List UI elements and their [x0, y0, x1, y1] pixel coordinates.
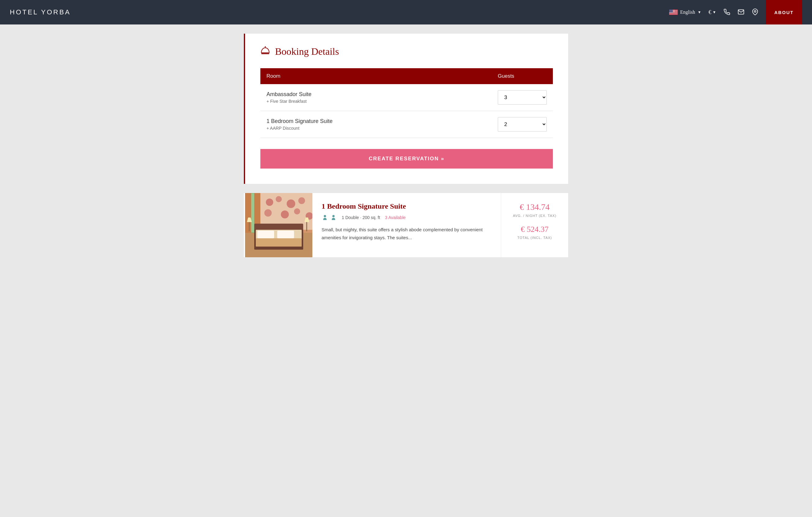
us-flag-icon: ★★★★★★ ★★★★★★ ★★★★★★: [669, 9, 678, 15]
site-header: HOTEL YORBA ★★★★★★ ★★★★★★ ★★★★★★: [0, 0, 812, 25]
guest-icon-1: [322, 214, 328, 221]
svg-rect-38: [249, 222, 250, 231]
room-details-section: 1 Bedroom Signature Suite 1 Double: [312, 193, 501, 257]
room-meta: 1 Double · 200 sq. ft 3 Available: [322, 214, 492, 221]
svg-rect-40: [306, 222, 307, 231]
table-header-row: Room Guests: [260, 68, 553, 84]
room-addon-2: + AARP Discount: [266, 126, 486, 131]
price-total-label: TOTAL (INCL. TAX): [517, 236, 552, 239]
room-column-header: Room: [260, 68, 492, 84]
svg-point-23: [266, 199, 273, 206]
svg-rect-36: [277, 231, 294, 238]
svg-rect-14: [261, 53, 269, 54]
location-icon[interactable]: [752, 8, 758, 16]
svg-rect-7: [669, 14, 678, 14]
room-cell-1: Ambassador Suite + Five Star Breakfast: [260, 84, 492, 111]
create-reservation-button[interactable]: CREATE RESERVATION »: [260, 149, 553, 169]
language-dropdown-arrow: ▼: [698, 10, 701, 15]
header-nav: ★★★★★★ ★★★★★★ ★★★★★★ English ▼ € ▼: [669, 0, 802, 25]
room-bed-type: 1 Double · 200 sq. ft: [342, 215, 380, 220]
room-listing-title: 1 Bedroom Signature Suite: [322, 202, 492, 210]
site-logo: HOTEL YORBA: [10, 8, 71, 16]
svg-point-28: [281, 210, 289, 219]
svg-point-42: [324, 215, 326, 217]
table-row: Ambassador Suite + Five Star Breakfast 1…: [260, 84, 553, 111]
currency-dropdown-arrow: ▼: [713, 10, 716, 15]
booking-title-text: Booking Details: [275, 46, 339, 57]
svg-rect-35: [257, 231, 274, 238]
availability-badge: 3 Available: [385, 215, 405, 220]
svg-text:★★★★★★: ★★★★★★: [669, 11, 675, 12]
svg-rect-33: [254, 224, 303, 230]
main-content: Booking Details Room Guests Ambassador S…: [238, 34, 574, 257]
guests-cell-1[interactable]: 1 2 3 4: [492, 84, 553, 111]
booking-table: Room Guests Ambassador Suite + Five Star…: [260, 68, 553, 138]
price-per-night-label: AVG. / NIGHT (EX. TAX): [513, 214, 556, 218]
guests-cell-2[interactable]: 1 2 3 4: [492, 111, 553, 138]
currency-label: €: [708, 9, 711, 16]
room-cell-2: 1 Bedroom Signature Suite + AARP Discoun…: [260, 111, 492, 138]
price-per-night: € 134.74: [520, 202, 550, 212]
svg-rect-37: [256, 238, 302, 247]
svg-point-25: [287, 199, 295, 208]
guests-column-header: Guests: [492, 68, 553, 84]
svg-point-16: [265, 46, 266, 47]
booking-title-area: Booking Details: [260, 46, 553, 57]
svg-point-26: [298, 197, 305, 204]
table-row: 1 Bedroom Signature Suite + AARP Discoun…: [260, 111, 553, 138]
svg-point-24: [276, 196, 282, 202]
currency-selector[interactable]: € ▼: [708, 9, 716, 16]
about-button[interactable]: ABOUT: [766, 0, 802, 25]
svg-point-27: [264, 209, 272, 217]
room-image: [245, 193, 312, 257]
svg-rect-20: [245, 193, 251, 236]
language-label: English: [680, 9, 695, 15]
svg-point-43: [332, 215, 335, 217]
room-pricing-section: € 134.74 AVG. / NIGHT (EX. TAX) € 524.37…: [501, 193, 568, 257]
svg-rect-8: [669, 15, 678, 15]
guest-icons: [322, 214, 337, 221]
room-listing-card: 1 Bedroom Signature Suite 1 Double: [244, 193, 568, 257]
svg-point-29: [294, 208, 300, 214]
guest-icon-2: [330, 214, 337, 221]
room-addon-1: + Five Star Breakfast: [266, 99, 486, 104]
svg-rect-5: [669, 12, 678, 13]
room-name-1: Ambassador Suite: [266, 91, 486, 97]
booking-details-card: Booking Details Room Guests Ambassador S…: [244, 34, 568, 184]
svg-rect-6: [669, 13, 678, 13]
concierge-bell-icon: [260, 46, 270, 57]
svg-point-13: [754, 10, 756, 12]
guests-select-1[interactable]: 1 2 3 4: [498, 90, 547, 105]
room-image-svg: [245, 193, 312, 257]
language-selector[interactable]: ★★★★★★ ★★★★★★ ★★★★★★ English ▼: [669, 9, 701, 15]
room-name-2: 1 Bedroom Signature Suite: [266, 118, 486, 124]
phone-icon[interactable]: [724, 8, 730, 16]
guests-select-2[interactable]: 1 2 3 4: [498, 117, 547, 132]
price-total: € 524.37: [521, 225, 549, 234]
room-description: Small, but mighty, this suite offers a s…: [322, 226, 492, 241]
email-icon[interactable]: [738, 8, 744, 16]
